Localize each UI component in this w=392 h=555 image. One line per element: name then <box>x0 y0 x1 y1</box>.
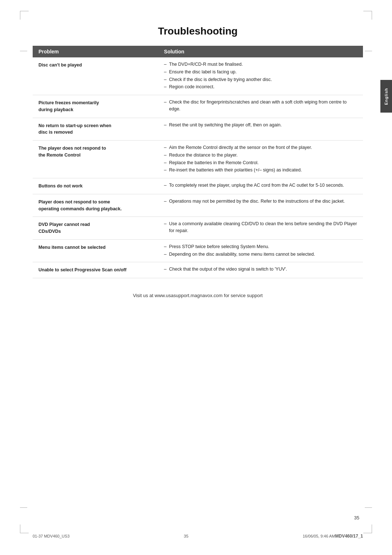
solution-cell: To completely reset the player, unplug t… <box>158 178 363 194</box>
table-header-row: Problem Solution <box>33 46 363 57</box>
problem-cell: Picture freezes momentarilyduring playba… <box>33 95 158 118</box>
solution-item: The DVD+R/CD-R must be finalised. <box>164 61 357 68</box>
solution-item: Reduce the distance to the player. <box>164 152 357 159</box>
problem-cell: No return to start-up screen whendisc is… <box>33 118 158 141</box>
english-tab-label: English <box>384 88 388 105</box>
solution-item: To completely reset the player, unplug t… <box>164 182 357 189</box>
problem-cell: Unable to select Progressive Scan on/off <box>33 262 158 278</box>
corner-mark-br <box>363 524 372 533</box>
solution-item: Check if the disc is defective by trying… <box>164 76 357 83</box>
header-solution: Solution <box>158 46 363 57</box>
side-mark-right-top <box>365 51 372 51</box>
solution-item: Reset the unit by switching the player o… <box>164 122 357 129</box>
footer-left: 01-37 MDV460_US3 <box>33 534 70 538</box>
solution-cell: Check that the output of the video signa… <box>158 262 363 278</box>
problem-cell: Buttons do not work <box>33 178 158 194</box>
problem-cell: Disc can't be played <box>33 57 158 95</box>
solution-cell: Use a commonly available cleaning CD/DVD… <box>158 217 363 240</box>
table-row: No return to start-up screen whendisc is… <box>33 118 363 141</box>
page-number: 35 <box>354 515 359 520</box>
solution-cell: Reset the unit by switching the player o… <box>158 118 363 141</box>
solution-item: Check that the output of the video signa… <box>164 266 357 273</box>
footer-right: 16/06/05, 9:46 AMMDV460/17_1 <box>303 534 363 539</box>
table-row: Disc can't be playedThe DVD+R/CD-R must … <box>33 57 363 95</box>
solution-cell: Press STOP twice before selecting System… <box>158 239 363 262</box>
problem-cell: The player does not respond tothe Remote… <box>33 141 158 178</box>
corner-mark-tl <box>20 11 29 20</box>
side-mark-left-bottom <box>20 507 27 508</box>
solution-cell: Operations may not be permitted by the d… <box>158 194 363 217</box>
corner-mark-tr <box>363 11 372 20</box>
side-mark-left-top <box>20 51 27 51</box>
solution-item: Replace the batteries in the Remote Cont… <box>164 159 357 166</box>
table-row: Menu items cannot be selectedPress STOP … <box>33 239 363 262</box>
table-row: The player does not respond tothe Remote… <box>33 141 363 178</box>
page-wrapper: English Troubleshooting Problem Solution… <box>0 0 392 555</box>
troubleshooting-table: Problem Solution Disc can't be playedThe… <box>33 46 363 278</box>
solution-cell: The DVD+R/CD-R must be finalised.Ensure … <box>158 57 363 95</box>
problem-cell: Menu items cannot be selected <box>33 239 158 262</box>
page-title: Troubleshooting <box>33 25 363 37</box>
table-row: Buttons do not workTo completely reset t… <box>33 178 363 194</box>
table-row: Player does not respond to someoperating… <box>33 194 363 217</box>
footer-url: Visit us at www.usasupport.magnavox.com … <box>33 293 363 302</box>
side-mark-right-bottom <box>365 507 372 508</box>
solution-item: Region code incorrect. <box>164 84 357 90</box>
solution-item: Operations may not be permitted by the d… <box>164 198 357 205</box>
solution-item: Aim the Remote Control directly at the s… <box>164 144 357 151</box>
solution-item: Re-insert the batteries with their polar… <box>164 167 357 174</box>
solution-cell: Check the disc for fingerprints/scratche… <box>158 95 363 118</box>
table-row: Unable to select Progressive Scan on/off… <box>33 262 363 278</box>
solution-item: Use a commonly available cleaning CD/DVD… <box>164 220 357 234</box>
table-row: Picture freezes momentarilyduring playba… <box>33 95 363 118</box>
header-problem: Problem <box>33 46 158 57</box>
english-tab: English <box>380 80 392 113</box>
corner-mark-bl <box>20 524 29 533</box>
footer-center-page: 35 <box>184 534 188 538</box>
solution-item: Check the disc for fingerprints/scratche… <box>164 99 357 113</box>
table-row: DVD Player cannot readCDs/DVDsUse a comm… <box>33 217 363 240</box>
solution-item: Ensure the disc label is facing up. <box>164 69 357 76</box>
solution-item: Press STOP twice before selecting System… <box>164 243 357 250</box>
footer-bottom: 01-37 MDV460_US3 35 16/06/05, 9:46 AMMDV… <box>33 534 363 539</box>
problem-cell: DVD Player cannot readCDs/DVDs <box>33 217 158 240</box>
solution-item: Depending on the disc availability, some… <box>164 251 357 258</box>
problem-cell: Player does not respond to someoperating… <box>33 194 158 217</box>
solution-cell: Aim the Remote Control directly at the s… <box>158 141 363 178</box>
